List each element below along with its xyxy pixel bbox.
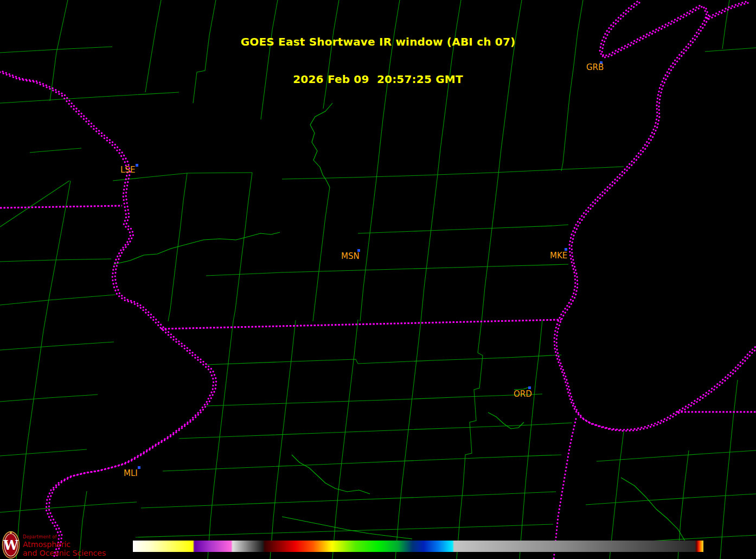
county-boundaries-rows-layer — [0, 47, 756, 545]
station-marker-lse — [136, 164, 138, 167]
rivers-layer — [114, 103, 689, 551]
station-marker-mli — [138, 466, 140, 469]
mn-ia-border — [0, 206, 122, 208]
station-label-ord: ORD — [514, 390, 532, 398]
image-title: GOES East Shortwave IR window (ABI ch 07… — [241, 11, 516, 111]
satellite-image-viewport: GOES East Shortwave IR window (ABI ch 07… — [0, 0, 756, 559]
station-label-mke: MKE — [550, 252, 567, 260]
river-county-edge — [3, 72, 216, 558]
uw-aos-logo-text: Department of Atmospheric and Oceanic Sc… — [23, 531, 106, 557]
station-label-mli: MLI — [124, 469, 138, 478]
temperature-colorbar — [133, 541, 703, 552]
uw-aos-logo: W Department of Atmospheric and Oceanic … — [2, 531, 106, 559]
river-lines — [114, 103, 689, 551]
uw-crest-icon: W — [2, 531, 20, 559]
image-timestamp: 2026 Feb 09 20:57:25 GMT — [241, 73, 516, 86]
image-title-line1: GOES East Shortwave IR window (ABI ch 07… — [241, 36, 516, 48]
station-label-lse: LSE — [120, 166, 135, 174]
logo-name-line2: and Oceanic Sciences — [23, 549, 106, 557]
wi-il-border — [161, 320, 561, 329]
station-label-msn: MSN — [341, 252, 360, 261]
mississippi-river-border — [0, 72, 214, 559]
il-in-border — [554, 419, 576, 559]
logo-name-line1: Atmospheric — [23, 541, 106, 548]
logo-dept-line: Department of — [23, 535, 106, 539]
lake-michigan-shoreline — [554, 1, 756, 430]
uw-monogram: W — [3, 537, 19, 553]
county-row-lines — [0, 47, 756, 545]
station-label-grb: GRB — [586, 63, 604, 72]
